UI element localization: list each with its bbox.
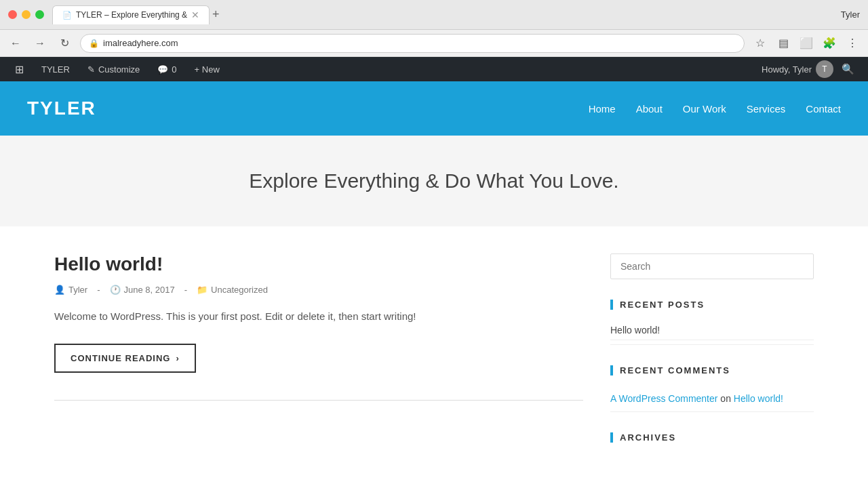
post-meta: 👤 Tyler - 🕐 June 8, 2017 - 📁 Uncategoriz… bbox=[54, 285, 583, 295]
wp-admin-right: Howdy, Tyler T 🔍 bbox=[762, 60, 860, 78]
author-icon: 👤 bbox=[54, 285, 65, 295]
post-category-text: Uncategorized bbox=[211, 285, 268, 295]
browser-tab[interactable]: 📄 TYLER – Explore Everything & ✕ bbox=[52, 5, 210, 24]
post-meta-separator1: - bbox=[97, 285, 100, 295]
mac-maximize-button[interactable] bbox=[35, 10, 44, 19]
hero-banner: Explore Everything & Do What You Love. bbox=[0, 136, 868, 226]
tab-close-button[interactable]: ✕ bbox=[191, 9, 199, 20]
recent-comments-title: RECENT COMMENTS bbox=[610, 365, 814, 375]
post-divider bbox=[54, 400, 583, 401]
new-tab-button[interactable]: + bbox=[212, 7, 220, 22]
post-excerpt: Welcome to WordPress. This is your first… bbox=[54, 308, 583, 325]
nav-services[interactable]: Services bbox=[747, 100, 786, 117]
recent-posts-section: RECENT POSTS Hello world! bbox=[610, 300, 814, 345]
wp-new-label: + New bbox=[195, 64, 220, 75]
commenter-link[interactable]: A WordPress Commenter bbox=[610, 393, 717, 404]
browser-toolbar: ← → ↻ 🔒 imalreadyhere.com ☆ ▤ ⬜ 🧩 ⋮ bbox=[0, 30, 868, 57]
extensions-button[interactable]: 🧩 bbox=[821, 35, 838, 52]
wp-logo-icon: ⊞ bbox=[15, 63, 24, 76]
tab-favicon: 📄 bbox=[62, 11, 72, 20]
search-input[interactable] bbox=[610, 253, 814, 279]
wp-user-avatar: T bbox=[816, 60, 833, 78]
post-meta-separator2: - bbox=[184, 285, 187, 295]
refresh-button[interactable]: ↻ bbox=[56, 35, 73, 52]
category-icon: 📁 bbox=[197, 285, 208, 295]
hero-tagline: Explore Everything & Do What You Love. bbox=[27, 169, 841, 192]
wp-search-icon[interactable]: 🔍 bbox=[836, 63, 860, 75]
continue-reading-button[interactable]: CONTINUE READING › bbox=[54, 344, 196, 373]
chevron-right-icon: › bbox=[176, 353, 179, 363]
wp-comments-count: 0 bbox=[172, 64, 176, 75]
wp-customize-text: Customize bbox=[98, 64, 140, 75]
post-title: Hello world! bbox=[54, 253, 583, 275]
back-button[interactable]: ← bbox=[7, 35, 24, 52]
nav-about[interactable]: About bbox=[636, 100, 663, 117]
sidebar: RECENT POSTS Hello world! RECENT COMMENT… bbox=[610, 253, 814, 463]
wp-customize-label: ✎ bbox=[87, 64, 95, 75]
mac-titlebar: 📄 TYLER – Explore Everything & ✕ + Tyler bbox=[0, 0, 868, 30]
post-author-name: Tyler bbox=[68, 285, 87, 295]
address-bar[interactable]: 🔒 imalreadyhere.com bbox=[80, 34, 745, 53]
wp-customize-item[interactable]: ✎ Customize bbox=[81, 57, 146, 81]
wp-comments-icon: 💬 bbox=[157, 64, 168, 75]
bookmark-button[interactable]: ☆ bbox=[751, 35, 769, 52]
wp-new-item[interactable]: + New bbox=[188, 57, 226, 81]
url-text: imalreadyhere.com bbox=[103, 38, 736, 48]
recent-comments-section: RECENT COMMENTS A WordPress Commenter on… bbox=[610, 365, 814, 412]
mac-close-button[interactable] bbox=[8, 10, 17, 19]
mac-minimize-button[interactable] bbox=[22, 10, 31, 19]
recent-comment-item: A WordPress Commenter on Hello world! bbox=[610, 386, 814, 412]
wp-howdy[interactable]: Howdy, Tyler T bbox=[762, 60, 833, 78]
archives-title: ARCHIVES bbox=[610, 432, 814, 443]
lock-icon: 🔒 bbox=[89, 39, 99, 48]
continue-reading-label: CONTINUE READING bbox=[71, 353, 170, 363]
wp-howdy-text: Howdy, Tyler bbox=[762, 64, 812, 75]
airplay-button[interactable]: ⬜ bbox=[797, 35, 815, 52]
mac-window-buttons bbox=[8, 10, 44, 19]
site-header: TYLER Home About Our Work Services Conta… bbox=[0, 81, 868, 136]
post-author: 👤 Tyler bbox=[54, 285, 87, 295]
wp-admin-bar: ⊞ TYLER ✎ Customize 💬 0 + New Howdy, Tyl… bbox=[0, 57, 868, 81]
toolbar-actions: ☆ ▤ ⬜ 🧩 ⋮ bbox=[751, 35, 861, 52]
wp-comments-item[interactable]: 💬 0 bbox=[151, 57, 183, 81]
site-nav: Home About Our Work Services Contact bbox=[589, 100, 841, 117]
recent-post-item[interactable]: Hello world! bbox=[610, 321, 814, 340]
menu-button[interactable]: ⋮ bbox=[844, 35, 861, 52]
browser-tab-bar: 📄 TYLER – Explore Everything & ✕ + bbox=[52, 5, 841, 24]
wp-logo-item[interactable]: ⊞ bbox=[8, 57, 31, 81]
calendar-icon: 🕐 bbox=[110, 285, 121, 295]
nav-contact[interactable]: Contact bbox=[806, 100, 841, 117]
tab-title: TYLER – Explore Everything & bbox=[76, 10, 187, 20]
post-category: 📁 Uncategorized bbox=[197, 285, 268, 295]
wp-site-name-item[interactable]: TYLER bbox=[35, 57, 77, 81]
main-content: Hello world! 👤 Tyler - 🕐 June 8, 2017 - … bbox=[27, 226, 841, 463]
archives-section: ARCHIVES bbox=[610, 432, 814, 443]
reader-button[interactable]: ▤ bbox=[774, 35, 792, 52]
nav-our-work[interactable]: Our Work bbox=[683, 100, 726, 117]
nav-home[interactable]: Home bbox=[589, 100, 616, 117]
post-article: Hello world! 👤 Tyler - 🕐 June 8, 2017 - … bbox=[54, 253, 583, 373]
window-user-label: Tyler bbox=[841, 9, 860, 20]
wp-site-name-label: TYLER bbox=[41, 64, 70, 75]
comment-post-link[interactable]: Hello world! bbox=[734, 393, 783, 404]
recent-posts-title: RECENT POSTS bbox=[610, 300, 814, 310]
forward-button[interactable]: → bbox=[31, 35, 49, 52]
site-logo[interactable]: TYLER bbox=[27, 98, 96, 119]
post-date: 🕐 June 8, 2017 bbox=[110, 285, 175, 295]
comment-on-text: on bbox=[720, 393, 733, 404]
posts-area: Hello world! 👤 Tyler - 🕐 June 8, 2017 - … bbox=[54, 253, 583, 463]
post-date-text: June 8, 2017 bbox=[124, 285, 175, 295]
